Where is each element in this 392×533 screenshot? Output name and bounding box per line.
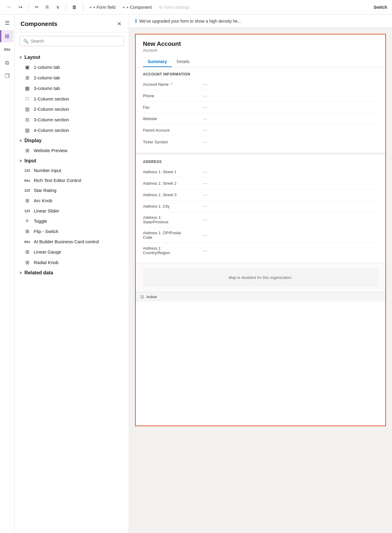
phone-label: Phone bbox=[143, 94, 203, 98]
search-box: 🔍 bbox=[19, 36, 124, 46]
table-row: Account Name * --- bbox=[143, 79, 378, 90]
address-country-label: Address 1:Country/Region bbox=[143, 246, 203, 255]
copy-button[interactable]: ⎘ bbox=[43, 3, 51, 12]
website-value: --- bbox=[203, 116, 378, 121]
toolbar-divider-1 bbox=[28, 3, 29, 11]
list-item[interactable]: 123 Linear Slider bbox=[14, 206, 129, 216]
search-icon: 🔍 bbox=[23, 39, 28, 43]
arc-knob-icon: ⊞ bbox=[24, 198, 30, 203]
table-row: Address 1: City --- bbox=[143, 201, 378, 212]
account-name-label: Account Name * bbox=[143, 82, 203, 87]
phone-value: --- bbox=[203, 94, 378, 98]
account-info-section-title: ACCOUNT INFORMATION bbox=[143, 72, 378, 76]
info-icon: ℹ bbox=[135, 18, 137, 24]
display-section-header[interactable]: ∨ Display bbox=[14, 136, 129, 145]
form-settings-button[interactable]: ⚙ Form settings bbox=[156, 3, 192, 11]
list-item[interactable]: ⊞ 2-column tab bbox=[14, 72, 129, 83]
related-data-section-label: Related data bbox=[24, 270, 53, 276]
main-layout: ☰ ⊞ Abc ⧉ ❐ Components ✕ 🔍 ∨ bbox=[0, 14, 392, 533]
form-title-area: New Account Account bbox=[136, 34, 385, 53]
star-rating-label: Star Rating bbox=[34, 188, 56, 193]
two-col-tab-label: 2-column tab bbox=[34, 75, 60, 80]
three-col-section-icon: ⊟ bbox=[24, 117, 30, 123]
list-item[interactable]: ⊟ 3-Column section bbox=[14, 114, 129, 125]
settings-icon: ⚙ bbox=[159, 5, 163, 10]
component-button[interactable]: + + Component bbox=[120, 3, 154, 11]
website-preview-label: Website Preview bbox=[34, 148, 67, 153]
layout-section-header[interactable]: ∨ Layout bbox=[14, 52, 129, 62]
list-item[interactable]: ▣ 1-column tab bbox=[14, 62, 129, 72]
redo-button[interactable]: ↪ bbox=[16, 2, 25, 12]
radial-knob-icon: ⊞ bbox=[24, 260, 30, 265]
linear-gauge-icon: ⊞ bbox=[24, 249, 30, 255]
cut-button[interactable]: ✂ bbox=[32, 2, 41, 12]
text-icon-btn[interactable]: Abc bbox=[1, 43, 13, 56]
close-button[interactable]: ✕ bbox=[116, 19, 123, 28]
list-item[interactable]: □ 1-Column section bbox=[14, 94, 129, 104]
list-item[interactable]: ≡ Toggle bbox=[14, 216, 129, 226]
list-item[interactable]: ▦ 3-column tab bbox=[14, 83, 129, 94]
form-field-label: + Form field bbox=[93, 5, 115, 10]
three-col-tab-label: 3-column tab bbox=[34, 86, 60, 91]
table-row: Address 1: Street 1 --- bbox=[143, 166, 378, 178]
menu-icon: ☰ bbox=[5, 20, 10, 26]
list-item[interactable]: ▥ 2-Column section bbox=[14, 104, 129, 114]
map-disabled-text: Map is disabled for this organization. bbox=[229, 275, 292, 280]
three-col-tab-icon: ▦ bbox=[24, 85, 30, 91]
ticker-symbol-value: --- bbox=[203, 140, 378, 144]
undo-button[interactable]: ↩ bbox=[5, 2, 14, 12]
external-link-icon: ⊡ bbox=[141, 295, 144, 299]
table-row: Address 1: Street 2 --- bbox=[143, 178, 378, 189]
layers-icon: ⧉ bbox=[5, 60, 9, 66]
address-zip-value: --- bbox=[203, 233, 378, 238]
four-col-section-label: 4-Column section bbox=[34, 128, 69, 133]
menu-icon-btn[interactable]: ☰ bbox=[1, 17, 13, 29]
input-section-header[interactable]: ∨ Input bbox=[14, 156, 129, 165]
address-street2-value: --- bbox=[203, 181, 378, 186]
tab-summary[interactable]: Summary bbox=[143, 56, 172, 67]
list-item[interactable]: ⊞ Arc Knob bbox=[14, 195, 129, 206]
parent-account-value: --- bbox=[203, 128, 378, 132]
form-field-button[interactable]: + + Form field bbox=[87, 3, 118, 11]
list-item[interactable]: ⊞ Linear Gauge bbox=[14, 247, 129, 257]
two-col-tab-icon: ⊞ bbox=[24, 75, 30, 81]
list-item[interactable]: 123 Number Input bbox=[14, 165, 129, 175]
list-item[interactable]: ⊞ Radial Knob bbox=[14, 257, 129, 268]
three-col-section-label: 3-Column section bbox=[34, 117, 69, 122]
map-placeholder: Map is disabled for this organization. bbox=[143, 268, 378, 287]
switch-label: Switch bbox=[374, 5, 387, 10]
address-street3-label: Address 1: Street 3 bbox=[143, 193, 203, 197]
components-list: ∨ Layout ▣ 1-column tab ⊞ 2-column tab ▦… bbox=[14, 50, 129, 533]
parent-account-label: Parent Account bbox=[143, 128, 203, 132]
search-input[interactable] bbox=[31, 39, 120, 43]
components-icon-btn[interactable]: ⊞ bbox=[0, 30, 13, 42]
list-item[interactable]: ⊞ Flip - Switch bbox=[14, 226, 129, 237]
toggle-icon: ≡ bbox=[24, 218, 30, 224]
components-title: Components bbox=[21, 21, 57, 27]
related-data-chevron-icon: ∨ bbox=[19, 271, 22, 275]
tab-details[interactable]: Details bbox=[172, 56, 194, 67]
table-row: Website --- bbox=[143, 113, 378, 125]
account-name-value: --- bbox=[203, 82, 378, 87]
list-item[interactable]: Abc Rich Text Editor Control bbox=[14, 175, 129, 185]
flip-switch-label: Flip - Switch bbox=[34, 229, 58, 234]
table-row: Address 1: ZIP/PostalCode --- bbox=[143, 228, 378, 243]
text-icon: Abc bbox=[4, 47, 11, 52]
list-item[interactable]: ⊞ Website Preview bbox=[14, 145, 129, 156]
list-item[interactable]: 123 Star Rating bbox=[14, 185, 129, 195]
star-rating-icon: 123 bbox=[24, 189, 30, 192]
status-badge: Active bbox=[146, 295, 157, 299]
copy2-icon-btn[interactable]: ❐ bbox=[1, 70, 13, 82]
delete-button[interactable]: 🗑 bbox=[70, 3, 79, 12]
number-input-label: Number Input bbox=[34, 168, 61, 173]
more-button[interactable]: ∨ bbox=[54, 2, 62, 12]
address-country-value: --- bbox=[203, 248, 378, 253]
input-chevron-icon: ∨ bbox=[19, 159, 22, 163]
layers-icon-btn[interactable]: ⧉ bbox=[1, 57, 13, 69]
list-item[interactable]: ▧ 4-Column section bbox=[14, 125, 129, 136]
address-street2-label: Address 1: Street 2 bbox=[143, 181, 203, 186]
display-chevron-icon: ∨ bbox=[19, 139, 22, 143]
list-item[interactable]: Abc AI Builder Business Card control bbox=[14, 237, 129, 247]
related-data-section-header[interactable]: ∨ Related data bbox=[14, 268, 129, 277]
address-street1-label: Address 1: Street 1 bbox=[143, 170, 203, 174]
